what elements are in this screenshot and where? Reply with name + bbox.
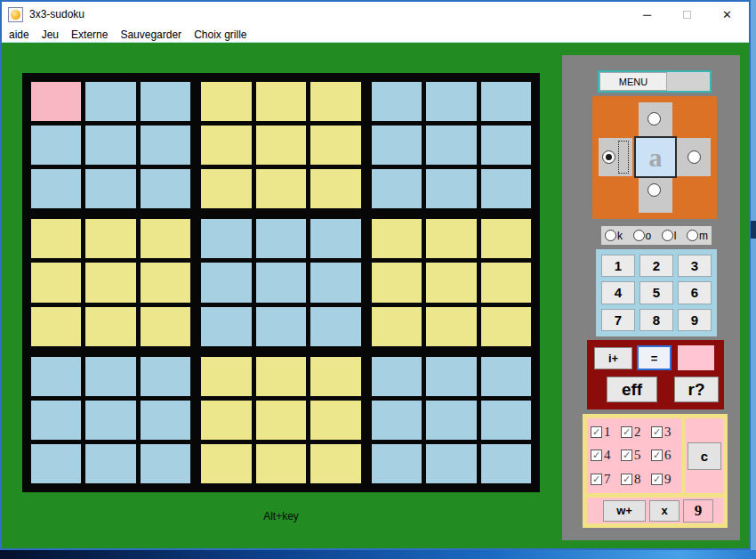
checkbox-icon[interactable]: [651, 426, 663, 438]
candidate-checkbox-6[interactable]: 6: [651, 448, 681, 463]
menu-item-choix-grille[interactable]: Choix grille: [188, 28, 253, 41]
board-cell[interactable]: [372, 444, 422, 483]
candidate-checkbox-5[interactable]: 5: [621, 448, 651, 463]
numpad-button-6[interactable]: 6: [678, 281, 712, 304]
checkbox-icon[interactable]: [621, 474, 632, 485]
board-cell[interactable]: [481, 357, 531, 396]
board-cell[interactable]: [481, 126, 531, 165]
board-cell[interactable]: [31, 169, 81, 208]
board-cell[interactable]: [201, 444, 251, 483]
board-cell[interactable]: [426, 444, 476, 483]
board-cell[interactable]: [31, 126, 81, 165]
board-cell[interactable]: [31, 82, 81, 121]
eff-button[interactable]: eff: [607, 377, 657, 402]
board-cell[interactable]: [256, 307, 306, 346]
board-cell[interactable]: [256, 219, 306, 258]
board-cell[interactable]: [256, 401, 306, 440]
board-cell[interactable]: [31, 401, 81, 440]
board-cell[interactable]: [481, 307, 531, 346]
board-cell[interactable]: [201, 401, 251, 440]
board-cell[interactable]: [256, 169, 306, 208]
board-cell[interactable]: [426, 263, 476, 302]
board-cell[interactable]: [201, 307, 251, 346]
i-plus-button[interactable]: i+: [594, 347, 632, 369]
board-cell[interactable]: [85, 126, 135, 165]
board-cell[interactable]: [481, 82, 531, 121]
menu-item-sauvegarder[interactable]: Sauvegarder: [114, 28, 188, 41]
board-cell[interactable]: [85, 169, 135, 208]
checkbox-icon[interactable]: [591, 474, 602, 485]
board-cell[interactable]: [481, 169, 531, 208]
board-cell[interactable]: [372, 401, 422, 440]
numpad-button-1[interactable]: 1: [601, 255, 635, 277]
mode-option-m[interactable]: m: [687, 230, 708, 242]
board-cell[interactable]: [426, 126, 476, 165]
board-cell[interactable]: [201, 263, 251, 302]
board-cell[interactable]: [372, 169, 422, 208]
numpad-button-5[interactable]: 5: [639, 281, 673, 304]
close-button[interactable]: ✕: [707, 2, 747, 27]
board-cell[interactable]: [201, 126, 251, 165]
checkbox-icon[interactable]: [591, 426, 602, 438]
candidate-checkbox-9[interactable]: 9: [651, 472, 681, 487]
c-button[interactable]: c: [688, 442, 721, 470]
checkbox-icon[interactable]: [621, 450, 632, 461]
minimize-button[interactable]: ─: [627, 2, 667, 27]
board-cell[interactable]: [85, 307, 135, 346]
mode-l-radio[interactable]: [662, 230, 673, 241]
w-plus-button[interactable]: w+: [603, 500, 646, 522]
mode-option-o[interactable]: o: [633, 230, 652, 242]
board-cell[interactable]: [426, 357, 476, 396]
board-cell[interactable]: [426, 219, 476, 258]
board-cell[interactable]: [85, 401, 135, 440]
board-cell[interactable]: [310, 307, 360, 346]
numpad-button-4[interactable]: 4: [601, 281, 635, 304]
checkbox-icon[interactable]: [651, 474, 663, 485]
board-cell[interactable]: [372, 219, 422, 258]
board-cell[interactable]: [256, 126, 306, 165]
board-cell[interactable]: [372, 263, 422, 302]
board-cell[interactable]: [481, 219, 531, 258]
board-cell[interactable]: [372, 307, 422, 346]
board-cell[interactable]: [201, 169, 251, 208]
board-cell[interactable]: [372, 82, 422, 121]
maximize-button[interactable]: [667, 2, 707, 27]
board-cell[interactable]: [201, 82, 251, 121]
r-question-button[interactable]: r?: [674, 377, 719, 402]
checkbox-icon[interactable]: [651, 450, 663, 461]
candidate-checkbox-2[interactable]: 2: [621, 425, 651, 440]
mode-o-radio[interactable]: [633, 230, 645, 241]
board-cell[interactable]: [310, 82, 360, 121]
candidate-checkbox-1[interactable]: 1: [591, 425, 621, 440]
equals-button[interactable]: =: [637, 345, 672, 370]
direction-right-radio[interactable]: [688, 150, 701, 164]
board-cell[interactable]: [141, 82, 190, 121]
candidate-checkbox-3[interactable]: 3: [651, 425, 681, 440]
checkbox-icon[interactable]: [591, 450, 602, 461]
candidate-checkbox-4[interactable]: 4: [591, 448, 621, 463]
numpad-button-7[interactable]: 7: [601, 309, 635, 331]
board-cell[interactable]: [201, 219, 251, 258]
board-cell[interactable]: [85, 444, 135, 483]
mode-option-k[interactable]: k: [605, 230, 623, 242]
direction-left-radio[interactable]: [602, 150, 615, 164]
board-cell[interactable]: [141, 169, 190, 208]
board-cell[interactable]: [310, 126, 360, 165]
numpad-button-3[interactable]: 3: [678, 255, 712, 277]
board-cell[interactable]: [141, 444, 190, 483]
menu-item-jeu[interactable]: Jeu: [36, 28, 65, 41]
board-cell[interactable]: [31, 263, 81, 302]
board-cell[interactable]: [426, 401, 476, 440]
board-cell[interactable]: [141, 357, 190, 396]
menu-item-aide[interactable]: aide: [2, 28, 36, 41]
board-cell[interactable]: [256, 357, 306, 396]
board-cell[interactable]: [256, 444, 306, 483]
candidate-checkbox-8[interactable]: 8: [621, 472, 651, 487]
board-cell[interactable]: [256, 82, 306, 121]
board-cell[interactable]: [310, 357, 360, 396]
direction-down-radio[interactable]: [647, 183, 661, 197]
board-cell[interactable]: [310, 401, 360, 440]
direction-up-radio[interactable]: [647, 112, 661, 126]
board-cell[interactable]: [141, 401, 190, 440]
board-cell[interactable]: [141, 126, 190, 165]
